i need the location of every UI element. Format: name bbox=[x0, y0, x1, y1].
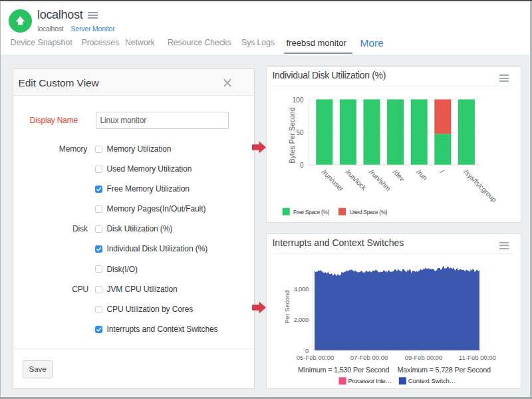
svg-text:Maximum = 5,728 Per Second: Maximum = 5,728 Per Second bbox=[398, 366, 491, 374]
svg-text:Free Space (%): Free Space (%) bbox=[293, 209, 329, 215]
svg-text:0: 0 bbox=[300, 162, 304, 169]
svg-text:/run/shm: /run/shm bbox=[368, 168, 392, 192]
svg-text:Bytes Per Second: Bytes Per Second bbox=[288, 107, 296, 163]
svg-text:Per Second: Per Second bbox=[283, 291, 291, 324]
svg-text:/dev: /dev bbox=[392, 168, 406, 183]
svg-text:0: 0 bbox=[305, 347, 309, 354]
svg-text:100: 100 bbox=[293, 96, 304, 104]
svg-text:11-Feb 00:00: 11-Feb 00:00 bbox=[459, 354, 496, 361]
svg-text:50: 50 bbox=[296, 129, 304, 136]
svg-text:/run/lock: /run/lock bbox=[344, 168, 368, 192]
svg-text:2,000: 2,000 bbox=[294, 316, 309, 323]
svg-text:4,000: 4,000 bbox=[294, 285, 309, 293]
svg-text:/run/user: /run/user bbox=[321, 168, 345, 193]
svg-text:Minimum = 1,530 Per Second: Minimum = 1,530 Per Second bbox=[298, 366, 390, 374]
svg-text:Used Space (%): Used Space (%) bbox=[350, 209, 388, 215]
svg-text:07-Feb 00:00: 07-Feb 00:00 bbox=[350, 354, 388, 361]
svg-text:05-Feb 00:00: 05-Feb 00:00 bbox=[297, 354, 334, 361]
svg-text:Processor Inte…: Processor Inte… bbox=[348, 377, 392, 384]
svg-text:Context Switch…: Context Switch… bbox=[408, 377, 456, 384]
svg-text:/: / bbox=[439, 168, 446, 175]
svg-text:/sys/fs/cgroup: /sys/fs/cgroup bbox=[462, 168, 497, 203]
svg-text:09-Feb 00:00: 09-Feb 00:00 bbox=[405, 354, 443, 361]
svg-text:/run: /run bbox=[415, 168, 429, 182]
